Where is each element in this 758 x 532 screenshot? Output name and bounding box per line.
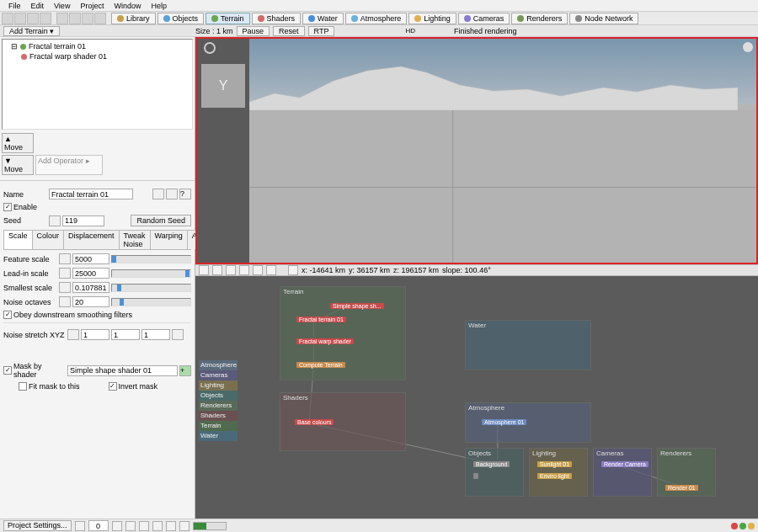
strip-icon[interactable] <box>432 26 442 36</box>
tree-item[interactable]: Fractal warp shader 01 <box>4 51 190 61</box>
cat-renderers[interactable]: Renderers <box>199 401 238 411</box>
settings-icon[interactable] <box>166 189 178 200</box>
add-operator-button[interactable]: Add Operator ▸ <box>35 155 103 175</box>
move-down-button[interactable]: ▼ Move <box>2 155 34 175</box>
tool-icon[interactable] <box>82 13 93 24</box>
tab-shaders[interactable]: Shaders <box>252 13 302 24</box>
node[interactable]: Sunlight 01 <box>537 461 572 467</box>
add-icon[interactable]: + <box>179 365 191 376</box>
cat-water[interactable]: Water <box>199 431 238 441</box>
strip-icon[interactable] <box>419 26 429 36</box>
anim-icon[interactable] <box>75 521 85 531</box>
mask-checkbox[interactable]: ✓ <box>3 366 12 375</box>
help-icon[interactable]: ? <box>179 189 191 200</box>
last-frame-icon[interactable] <box>166 521 176 531</box>
dial-icon[interactable] <box>67 329 79 340</box>
node[interactable]: Simple shape sh... <box>330 303 384 309</box>
tool-icon[interactable] <box>2 13 13 24</box>
tab-warping[interactable]: Warping <box>150 230 188 249</box>
node[interactable]: Background <box>473 461 510 467</box>
preview-thumb[interactable]: Y <box>201 64 245 108</box>
node[interactable]: Enviro light <box>537 473 572 479</box>
tool-icon[interactable] <box>253 265 263 275</box>
tool-icon[interactable] <box>94 13 106 24</box>
menu-window[interactable]: Window <box>109 0 146 11</box>
cat-lighting[interactable]: Lighting <box>199 380 238 391</box>
mask-shader-input[interactable] <box>67 365 178 376</box>
strip-icon[interactable] <box>392 26 402 36</box>
tab-cameras[interactable]: Cameras <box>458 13 510 24</box>
tab-lighting[interactable]: Lighting <box>408 13 456 24</box>
menu-file[interactable]: File <box>3 0 26 11</box>
gear-icon[interactable] <box>743 42 753 52</box>
tool-icon[interactable] <box>27 13 39 24</box>
tool-icon[interactable] <box>266 265 276 275</box>
dial-icon[interactable] <box>172 329 184 340</box>
node-network[interactable]: AtmosphereCamerasLightingObjectsRenderer… <box>195 276 758 519</box>
node[interactable]: Fractal warp shader <box>296 338 354 344</box>
frame-input[interactable] <box>88 520 109 531</box>
viewport[interactable] <box>249 39 756 263</box>
stretch-x-input[interactable] <box>81 329 109 340</box>
menu-edit[interactable]: Edit <box>26 0 50 11</box>
info-icon[interactable] <box>152 189 164 200</box>
first-frame-icon[interactable] <box>112 521 122 531</box>
strip-icon[interactable] <box>378 26 388 36</box>
strip-icon[interactable] <box>351 26 361 36</box>
play-icon[interactable] <box>139 521 149 531</box>
node[interactable]: Render Camera <box>601 461 649 467</box>
stretch-z-input[interactable] <box>141 329 170 340</box>
invert-mask-checkbox[interactable]: ✓ <box>109 382 117 391</box>
menu-project[interactable]: Project <box>75 0 109 11</box>
tab-scale[interactable]: Scale <box>3 230 33 249</box>
crosshair-icon[interactable] <box>288 265 298 275</box>
node[interactable] <box>473 473 478 479</box>
pause-button[interactable]: Pause <box>237 26 270 36</box>
cat-terrain[interactable]: Terrain <box>199 421 238 431</box>
next-frame-icon[interactable] <box>152 521 163 531</box>
tool-icon[interactable] <box>239 265 249 275</box>
reset-button[interactable]: Reset <box>273 26 305 36</box>
tool-icon[interactable] <box>179 521 190 531</box>
noise-octaves-slider[interactable] <box>111 298 191 306</box>
node[interactable]: Fractal terrain 01 <box>296 317 346 322</box>
tool-icon[interactable] <box>199 265 209 275</box>
cat-cameras[interactable]: Cameras <box>199 370 238 380</box>
tool-icon[interactable] <box>226 265 236 275</box>
rtp-button[interactable]: RTP <box>308 26 335 36</box>
render-preview[interactable]: Y <box>195 37 758 264</box>
tool-icon[interactable] <box>40 13 51 24</box>
obey-checkbox[interactable]: ✓ <box>3 311 12 319</box>
tab-library[interactable]: Library <box>111 13 156 24</box>
stretch-y-input[interactable] <box>111 329 140 340</box>
smallest-scale-input[interactable] <box>72 282 109 293</box>
dial-icon[interactable] <box>59 296 71 307</box>
feature-scale-input[interactable] <box>72 253 109 264</box>
cameras-panel[interactable]: Cameras <box>593 448 652 497</box>
tab-atmosphere[interactable]: Atmosphere <box>345 13 408 24</box>
tab-displacement[interactable]: Displacement <box>63 230 120 249</box>
noise-octaves-input[interactable] <box>72 296 109 307</box>
tab-terrain[interactable]: Terrain <box>206 13 250 24</box>
add-terrain-button[interactable]: Add Terrain ▾ <box>3 26 60 36</box>
tab-objects[interactable]: Objects <box>157 13 205 24</box>
tab-node-network[interactable]: Node Network <box>569 13 638 24</box>
strip-icon[interactable] <box>338 26 348 36</box>
tool-icon[interactable] <box>56 13 68 24</box>
cat-objects[interactable]: Objects <box>199 391 238 401</box>
name-input[interactable] <box>49 189 133 200</box>
tab-tweak-noise[interactable]: Tweak Noise <box>119 230 151 249</box>
smallest-scale-slider[interactable] <box>111 284 191 292</box>
lighting-panel[interactable]: Lighting <box>529 448 588 497</box>
node[interactable]: Atmosphere 01 <box>482 419 526 425</box>
objects-panel[interactable]: Objects <box>465 448 524 497</box>
fit-mask-checkbox[interactable] <box>19 382 27 391</box>
leadin-scale-input[interactable] <box>72 268 109 279</box>
tab-water[interactable]: Water <box>302 13 344 24</box>
move-up-button[interactable]: ▲ Move <box>2 133 34 153</box>
node-tree[interactable]: ⊟ Fractal terrain 01 Fractal warp shader… <box>2 39 193 130</box>
node[interactable]: Render 01 <box>665 485 698 491</box>
seed-input[interactable] <box>62 215 104 226</box>
feature-scale-slider[interactable] <box>111 255 191 263</box>
tree-item[interactable]: ⊟ Fractal terrain 01 <box>4 41 190 51</box>
